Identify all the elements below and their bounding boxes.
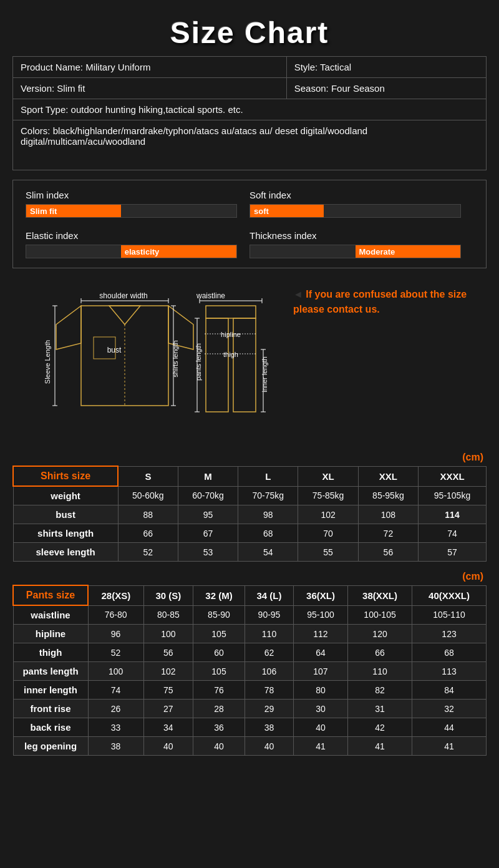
table-cell: 96 <box>88 625 143 643</box>
table-row: weight50-60kg60-70kg70-75kg75-85kg85-95k… <box>13 486 487 505</box>
table-cell: 107 <box>293 662 347 681</box>
table-cell: 100 <box>143 625 193 643</box>
diagram-svg-area: shoulder width waistline <box>12 287 274 433</box>
pants-table-body: waistline76-8080-8585-9090-9595-100100-1… <box>13 605 487 756</box>
table-cell: 100-105 <box>348 605 412 625</box>
table-row: shirts length666768707274 <box>13 524 487 543</box>
elastic-value: elasticity <box>125 247 160 256</box>
table-cell: 50-60kg <box>118 486 178 505</box>
table-cell: 102 <box>143 662 193 681</box>
table-cell: 66 <box>118 524 178 543</box>
table-cell: 55 <box>298 543 358 562</box>
pants-header-label: Pants size <box>13 585 88 605</box>
thickness-bar-fill: Moderate <box>356 245 461 258</box>
table-cell: 123 <box>412 625 487 643</box>
slim-label: Slim index <box>26 190 237 200</box>
table-cell: 100 <box>88 662 143 681</box>
pants-col-36xl: 36(XL) <box>293 585 347 605</box>
soft-bar-fill: soft <box>250 205 324 217</box>
thickness-bar-container: Moderate <box>250 245 461 258</box>
hipline-label: hipline <box>221 331 241 338</box>
pants-col-32m: 32 (M) <box>193 585 245 605</box>
table-cell: 84 <box>412 681 487 700</box>
table-cell: 98 <box>238 505 298 524</box>
row-label: back rise <box>13 718 88 737</box>
pants-length-label: pants length <box>195 343 202 381</box>
table-cell: 30 <box>293 700 347 718</box>
thickness-index-item: Thickness index Moderate <box>250 230 473 258</box>
thigh-label: thigh <box>223 351 238 358</box>
table-cell: 40 <box>293 718 347 737</box>
pants-col-28xs: 28(XS) <box>88 585 143 605</box>
table-cell: 67 <box>178 524 238 543</box>
elastic-bar-container: elasticity <box>26 245 237 258</box>
table-cell: 56 <box>358 543 418 562</box>
confused-text: ◄ If you are confused about the size ple… <box>281 287 487 317</box>
table-cell: 38 <box>88 737 143 756</box>
table-cell: 62 <box>245 643 294 662</box>
shirts-cm-label: (cm) <box>12 452 487 463</box>
table-cell: 90-95 <box>245 605 294 625</box>
table-row: thigh52566062646668 <box>13 643 487 662</box>
page-wrapper: Size Chart Product Name: Military Unifor… <box>0 0 499 771</box>
table-cell: 64 <box>293 643 347 662</box>
table-cell: 38 <box>245 718 294 737</box>
table-cell: 40 <box>193 737 245 756</box>
soft-value: soft <box>254 207 269 216</box>
table-cell: 80 <box>293 681 347 700</box>
inner-length-label: inner length <box>261 356 268 393</box>
slim-bar-container: Slim fit <box>26 204 237 218</box>
table-cell: 32 <box>412 700 487 718</box>
row-label: front rise <box>13 700 88 718</box>
table-cell: 60-70kg <box>178 486 238 505</box>
table-cell: 42 <box>348 718 412 737</box>
sport-type: Sport Type: outdoor hunting hiking,tacti… <box>13 99 487 120</box>
table-cell: 28 <box>193 700 245 718</box>
soft-index-item: Soft index soft <box>250 190 473 218</box>
table-cell: 76 <box>193 681 245 700</box>
slim-value: Slim fit <box>30 207 57 216</box>
pants-col-40xxxl: 40(XXXL) <box>412 585 487 605</box>
table-cell: 95 <box>178 505 238 524</box>
table-row: bust889598102108114 <box>13 505 487 524</box>
table-cell: 34 <box>143 718 193 737</box>
diagram-svg: shoulder width waistline <box>12 287 274 431</box>
confused-message: If you are confused about the size pleas… <box>293 289 467 315</box>
bust-label: bust <box>107 346 122 354</box>
title-section: Size Chart <box>12 6 487 56</box>
table-cell: 120 <box>348 625 412 643</box>
shirts-col-xl: XL <box>298 466 358 486</box>
table-row: hipline96100105110112120123 <box>13 625 487 643</box>
table-row: waistline76-8080-8585-9090-9595-100100-1… <box>13 605 487 625</box>
sleeve-length-label: Sleeve Length <box>44 340 51 384</box>
pants-col-34l: 34 (L) <box>245 585 294 605</box>
table-cell: 110 <box>245 625 294 643</box>
table-cell: 78 <box>245 681 294 700</box>
row-label: hipline <box>13 625 88 643</box>
table-cell: 85-90 <box>193 605 245 625</box>
table-cell: 95-105kg <box>419 486 487 505</box>
table-cell: 70 <box>298 524 358 543</box>
table-cell: 53 <box>178 543 238 562</box>
table-cell: 110 <box>348 662 412 681</box>
table-cell: 85-95kg <box>358 486 418 505</box>
pants-header-row: Pants size 28(XS) 30 (S) 32 (M) 34 (L) 3… <box>13 585 487 605</box>
table-cell: 105 <box>193 662 245 681</box>
elastic-bar-fill: elasticity <box>121 245 236 258</box>
row-label: shirts length <box>13 524 118 543</box>
table-cell: 36 <box>193 718 245 737</box>
table-cell: 112 <box>293 625 347 643</box>
row-label: leg opening <box>13 737 88 756</box>
pants-col-30s: 30 (S) <box>143 585 193 605</box>
table-cell: 105 <box>193 625 245 643</box>
version: Version: Slim fit <box>13 78 287 99</box>
diagram-section: shoulder width waistline <box>12 281 487 439</box>
table-cell: 52 <box>118 543 178 562</box>
style: Style: Tactical <box>286 57 486 78</box>
row-label: pants length <box>13 662 88 681</box>
table-row: inner length74757678808284 <box>13 681 487 700</box>
table-cell: 106 <box>245 662 294 681</box>
table-cell: 76-80 <box>88 605 143 625</box>
table-cell: 74 <box>419 524 487 543</box>
table-cell: 27 <box>143 700 193 718</box>
